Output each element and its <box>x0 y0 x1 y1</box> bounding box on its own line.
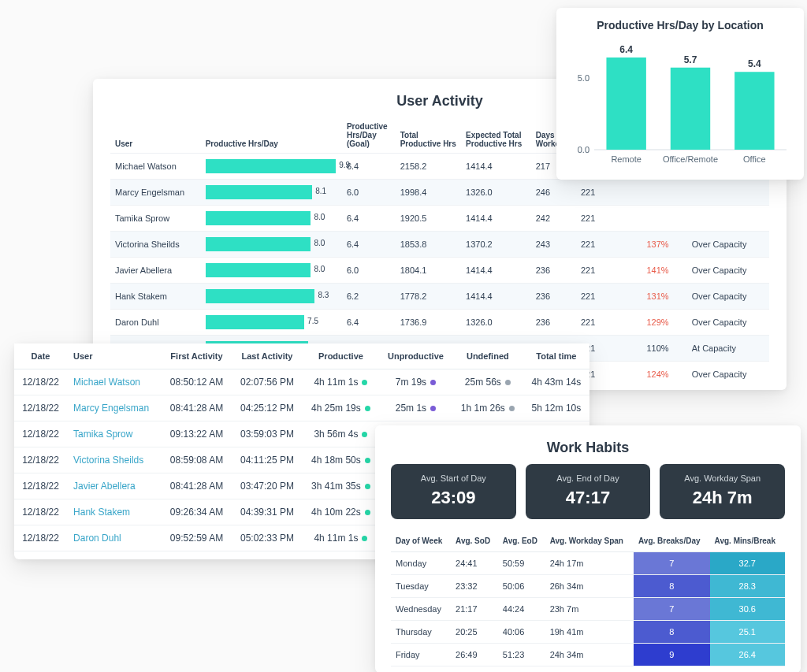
value-cell: 24h 34m <box>545 644 634 666</box>
utilization-cell: 129% <box>642 310 686 336</box>
green-dot-icon <box>365 510 370 515</box>
value-cell: 221 <box>576 206 642 232</box>
value-cell: 3h 56m 4s <box>303 421 379 447</box>
chart-title: Productive Hrs/Day by Location <box>567 19 793 32</box>
user-link[interactable]: Marcy Engelsman <box>67 395 162 421</box>
bar-chart: 0.05.06.4Remote5.7Office/Remote5.4Office <box>567 35 791 169</box>
value-cell: 1998.4 <box>396 180 461 206</box>
status-cell: At Capacity <box>687 336 769 362</box>
purple-dot-icon <box>430 380 436 385</box>
value-cell: 1370.2 <box>461 232 531 258</box>
value-cell: 05:02:33 PM <box>232 525 303 551</box>
table-row: Tamika Sprow8.06.41920.51414.4242221 <box>110 206 769 232</box>
value-cell: 09:13:22 AM <box>162 421 232 447</box>
heat-cell-mins: 28.3 <box>710 575 785 598</box>
value-cell: 12/18/22 <box>14 369 67 395</box>
svg-text:Remote: Remote <box>611 154 642 164</box>
value-cell: 3h 41m 35s <box>303 473 379 499</box>
heat-cell-mins: 32.7 <box>710 552 785 575</box>
value-cell: 4h 43m 14s <box>523 369 589 395</box>
value-cell: 221 <box>576 284 642 310</box>
value-cell: Monday <box>391 552 451 575</box>
table-header-row: Day of WeekAvg. SoDAvg. EoDAvg. Workday … <box>391 530 785 552</box>
value-cell: 5h 12m 10s <box>523 395 589 421</box>
green-dot-icon <box>362 536 367 541</box>
value-cell: 1778.2 <box>396 284 461 310</box>
purple-dot-icon <box>430 406 436 411</box>
status-cell: Over Capacity <box>687 362 769 388</box>
value-cell: 40:06 <box>498 621 545 644</box>
utilization-cell: 137% <box>642 232 686 258</box>
value-cell: 1853.8 <box>396 232 461 258</box>
kpi-value: 24h 7m <box>666 488 779 508</box>
svg-text:5.0: 5.0 <box>578 73 589 83</box>
utilization-cell: 141% <box>642 258 686 284</box>
user-link[interactable]: Javier Abellera <box>67 473 162 499</box>
value-cell: 6.0 <box>342 258 396 284</box>
column-header: Avg. Breaks/Day <box>634 530 710 552</box>
heat-cell-breaks: 9 <box>634 644 710 666</box>
value-cell: 4h 18m 50s <box>303 447 379 473</box>
utilization-cell <box>642 206 686 232</box>
table-row: Thursday20:2540:0619h 41m825.1 <box>391 621 785 644</box>
value-cell: 12/18/22 <box>14 395 67 421</box>
value-cell: 51:23 <box>498 644 545 666</box>
heat-cell-breaks: 8 <box>634 621 710 644</box>
table-row: Hank Stakem8.36.21778.21414.4236221131%O… <box>110 284 769 310</box>
user-cell: Michael Watson <box>110 154 201 180</box>
value-cell: 26:49 <box>451 644 498 666</box>
user-link[interactable]: Daron Duhl <box>67 525 162 551</box>
status-cell <box>687 206 769 232</box>
value-cell: 25m 56s <box>452 369 523 395</box>
kpi-row: Avg. Start of Day23:09Avg. End of Day47:… <box>391 464 785 519</box>
column-header: Avg. EoD <box>498 530 545 552</box>
bar-cell: 8.1 <box>201 180 342 206</box>
user-link[interactable]: Michael Watson <box>67 369 162 395</box>
green-dot-icon <box>365 458 370 463</box>
user-link[interactable]: Tamika Sprow <box>67 421 162 447</box>
status-cell: Over Capacity <box>687 284 769 310</box>
heat-cell-mins: 26.4 <box>710 644 785 666</box>
column-header: Avg. Mins/Break <box>710 530 785 552</box>
value-cell: 6.4 <box>342 310 396 336</box>
value-cell: Friday <box>391 644 451 666</box>
kpi-value: 47:17 <box>532 488 645 508</box>
status-cell: Over Capacity <box>687 232 769 258</box>
svg-text:6.4: 6.4 <box>619 44 633 55</box>
work-habits-title: Work Habits <box>391 440 785 456</box>
value-cell: 236 <box>531 284 576 310</box>
value-cell: 50:59 <box>498 552 545 575</box>
value-cell: 24:41 <box>451 552 498 575</box>
user-cell: Tamika Sprow <box>110 206 201 232</box>
value-cell: 1804.1 <box>396 258 461 284</box>
column-header: Day of Week <box>391 530 451 552</box>
column-header: Productive Hrs/Day (Goal) <box>342 117 396 154</box>
user-link[interactable]: Victorina Sheilds <box>67 447 162 473</box>
value-cell: 21:17 <box>451 598 498 621</box>
grey-dot-icon <box>505 380 511 385</box>
user-link[interactable]: Hank Stakem <box>67 499 162 525</box>
value-cell: 1414.4 <box>461 154 531 180</box>
user-cell: Marcy Engelsman <box>110 180 201 206</box>
value-cell: 12/18/22 <box>14 473 67 499</box>
value-cell: 246 <box>531 180 576 206</box>
status-cell <box>687 180 769 206</box>
value-cell: 25m 1s <box>379 395 452 421</box>
svg-text:Office: Office <box>743 154 766 164</box>
table-row: Monday24:4150:5924h 17m732.7 <box>391 552 785 575</box>
column-header: User <box>110 117 201 154</box>
value-cell: 23h 7m <box>545 598 634 621</box>
svg-rect-3 <box>606 58 645 150</box>
value-cell: 6.0 <box>342 180 396 206</box>
table-row: Daron Duhl7.56.41736.91326.0236221129%Ov… <box>110 310 769 336</box>
table-row: Victorina Sheilds8.06.41853.81370.224322… <box>110 232 769 258</box>
bar-cell: 9.9 <box>201 154 342 180</box>
column-header: Avg. Workday Span <box>545 530 634 552</box>
table-row: Wednesday21:1744:2423h 7m730.6 <box>391 598 785 621</box>
column-header: Date <box>14 343 67 369</box>
value-cell: 236 <box>531 310 576 336</box>
table-row: 12/18/22Marcy Engelsman08:41:28 AM04:25:… <box>14 395 589 421</box>
kpi-label: Avg. Start of Day <box>397 473 510 483</box>
svg-text:5.4: 5.4 <box>748 58 761 69</box>
column-header: Undefined <box>452 343 523 369</box>
